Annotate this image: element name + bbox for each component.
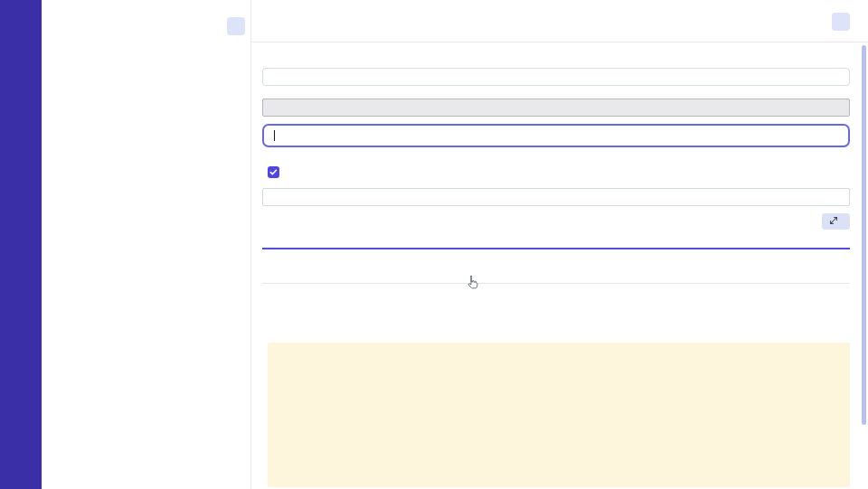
title-input[interactable] bbox=[262, 68, 850, 86]
text-caret bbox=[274, 130, 275, 141]
webhook-icon bbox=[829, 216, 838, 227]
close-dialog-button[interactable] bbox=[832, 13, 850, 31]
report-notifications-panel bbox=[42, 0, 251, 489]
page-title bbox=[251, 0, 868, 12]
syntax-help-panel bbox=[268, 343, 850, 487]
icon-sidebar bbox=[0, 0, 42, 489]
panel-header bbox=[251, 0, 868, 42]
rule-expression-editor[interactable] bbox=[262, 283, 850, 343]
close-panel-button[interactable] bbox=[227, 17, 245, 35]
scrollbar[interactable] bbox=[862, 45, 866, 425]
context-select[interactable] bbox=[262, 188, 850, 206]
publish-report-checkbox-row[interactable] bbox=[268, 166, 850, 178]
notification-rule-panel bbox=[251, 0, 868, 489]
emails-input[interactable] bbox=[262, 124, 850, 147]
notification-type-select[interactable] bbox=[262, 99, 850, 117]
test-webhook-button[interactable] bbox=[822, 213, 850, 230]
checkbox-checked-icon[interactable] bbox=[268, 166, 279, 178]
rules-tabs bbox=[262, 230, 850, 249]
